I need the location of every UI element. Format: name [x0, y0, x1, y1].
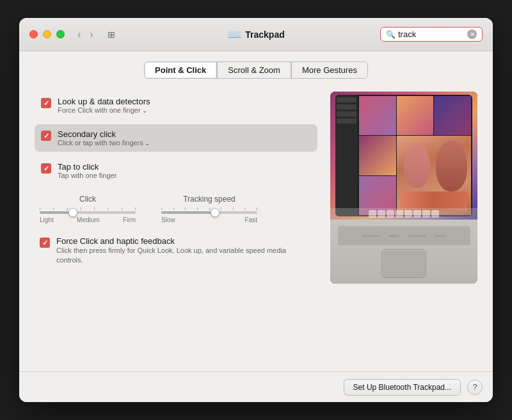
photos-sidebar [335, 95, 358, 216]
keyboard-area: command option command option [338, 226, 470, 245]
traffic-lights [29, 30, 65, 38]
setting-tap-to-click-label: Tap to click [58, 162, 116, 172]
minimize-button[interactable] [43, 30, 51, 38]
checkbox-secondary-click[interactable]: ✓ [41, 131, 51, 141]
click-slider-labels: Light Medium Firm [40, 216, 136, 223]
photo-thumb [397, 96, 434, 135]
tracking-slider-fill [161, 211, 214, 214]
tab-point-click[interactable]: Point & Click [144, 61, 217, 79]
dock-bar [330, 208, 477, 220]
dock-icon [396, 210, 403, 218]
tick [122, 207, 122, 210]
content-area: Point & Click Scroll & Zoom More Gesture… [19, 51, 493, 371]
dock-icon [422, 210, 430, 218]
check-icon-4: ✓ [42, 239, 48, 247]
click-slider-track[interactable] [40, 211, 136, 214]
tracking-speed-slider-group: Tracking speed [161, 195, 257, 223]
tracking-slider-thumb[interactable] [211, 208, 220, 217]
tick [40, 207, 40, 210]
tick [257, 207, 257, 210]
dock-icon [413, 210, 421, 218]
click-slider-ticks [40, 207, 136, 210]
close-button[interactable] [29, 30, 38, 38]
sidebar-item [337, 111, 356, 117]
face-shape-1 [404, 144, 430, 188]
click-slider-group: Click [40, 195, 136, 223]
forward-button[interactable]: › [87, 28, 95, 42]
tracking-label-slow: Slow [161, 216, 175, 223]
sidebar-item [337, 97, 356, 102]
click-label-medium: Medium [77, 216, 100, 223]
setting-secondary-click-text: Secondary click Click or tap with two fi… [58, 129, 150, 147]
photo-thumb-large [397, 136, 471, 215]
tracking-slider-labels: Slow Fast [161, 216, 257, 223]
trackpad-window: ‹ › ⊞ ⌨️ Trackpad 🔍 ✕ Point & Click Scro… [19, 18, 493, 402]
titlebar: ‹ › ⊞ ⌨️ Trackpad 🔍 ✕ [19, 18, 493, 51]
nav-buttons: ‹ › ⊞ [75, 28, 118, 42]
tick [53, 207, 54, 210]
search-input[interactable] [398, 29, 465, 39]
click-label-light: Light [40, 216, 54, 223]
checkbox-tap-to-click[interactable]: ✓ [41, 163, 51, 174]
trackpad-visual: command option command option [330, 92, 477, 284]
help-button[interactable]: ? [467, 380, 483, 395]
check-icon: ✓ [44, 99, 49, 108]
tick [161, 207, 162, 210]
tracking-slider-track[interactable] [161, 211, 257, 214]
setting-lookup: ✓ Look up & data detectors Force Click w… [35, 92, 317, 119]
tick [244, 207, 245, 210]
sidebar-item [337, 118, 356, 124]
setting-lookup-label: Look up & data detectors [58, 97, 150, 106]
photos-grid [358, 95, 472, 216]
window-title: ⌨️ Trackpad [227, 28, 284, 42]
setting-lookup-sublabel: Force Click with one finger ⌄ [58, 106, 150, 114]
force-click-text: Force Click and haptic feedback Click th… [56, 236, 312, 266]
tick [233, 207, 234, 210]
key-label: command [362, 234, 379, 238]
photo-thumb [434, 96, 471, 135]
back-button[interactable]: ‹ [75, 28, 83, 42]
click-slider-thumb[interactable] [68, 208, 77, 217]
key-label: option [435, 234, 445, 238]
dock-icon [431, 210, 439, 218]
dropdown-arrow-icon-2: ⌄ [145, 140, 150, 147]
tick [81, 207, 81, 210]
setting-tap-to-click-text: Tap to click Tap with one finger [58, 162, 116, 179]
laptop-screen [330, 92, 477, 220]
force-click-label: Force Click and haptic feedback [56, 236, 312, 246]
tracking-slider-ticks [161, 207, 257, 210]
laptop-bottom: command option command option [330, 220, 477, 284]
bluetooth-setup-button[interactable]: Set Up Bluetooth Trackpad... [344, 379, 461, 396]
photo-thumb [359, 136, 396, 175]
trackpad-icon: ⌨️ [227, 28, 241, 42]
tick [108, 207, 108, 210]
tabs-bar: Point & Click Scroll & Zoom More Gesture… [35, 61, 477, 79]
click-slider-title: Click [79, 195, 96, 204]
tab-more-gestures[interactable]: More Gestures [291, 61, 368, 79]
sliders-section: Click [35, 195, 317, 223]
setting-secondary-click: ✓ Secondary click Click or tap with two … [35, 124, 317, 152]
trackpad-device [381, 249, 426, 278]
search-box[interactable]: 🔍 ✕ [380, 27, 483, 42]
tick [221, 207, 221, 210]
check-icon-3: ✓ [44, 165, 49, 173]
dock-icon [369, 210, 376, 218]
sidebar-item [337, 104, 356, 109]
search-clear-button[interactable]: ✕ [467, 29, 477, 39]
window-title-text: Trackpad [245, 29, 284, 40]
setting-tap-to-click: ✓ Tap to click Tap with one finger [35, 157, 317, 184]
tick [94, 207, 95, 210]
maximize-button[interactable] [56, 30, 65, 38]
setting-lookup-text: Look up & data detectors Force Click wit… [58, 97, 150, 114]
tick [209, 207, 210, 210]
checkbox-force-click[interactable]: ✓ [40, 238, 50, 248]
force-click-section: ✓ Force Click and haptic feedback Click … [35, 236, 317, 266]
tab-scroll-zoom[interactable]: Scroll & Zoom [217, 61, 291, 79]
dropdown-arrow-icon: ⌄ [142, 107, 147, 114]
setting-tap-to-click-sublabel: Tap with one finger [58, 172, 116, 179]
grid-button[interactable]: ⊞ [105, 28, 118, 42]
checkbox-lookup[interactable]: ✓ [41, 98, 51, 108]
settings-panel: ✓ Look up & data detectors Force Click w… [35, 92, 317, 284]
tick [197, 207, 198, 210]
tracking-label-fast: Fast [245, 216, 257, 223]
